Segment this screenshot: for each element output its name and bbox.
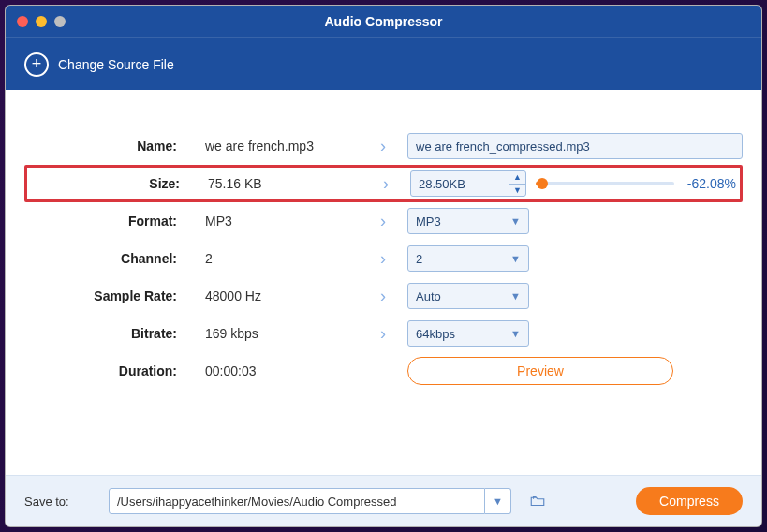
stepper-up-icon[interactable]: ▲ xyxy=(509,171,525,184)
add-source-icon[interactable]: + xyxy=(24,52,49,77)
label-sample-rate: Sample Rate: xyxy=(24,288,188,303)
format-select-value: MP3 xyxy=(416,214,441,229)
chevron-right-icon: › xyxy=(370,287,396,306)
label-format: Format: xyxy=(24,214,188,229)
chevron-right-icon: › xyxy=(370,249,396,269)
sample-rate-select-value: Auto xyxy=(416,289,441,303)
save-path-dropdown[interactable]: ▼ xyxy=(485,488,511,514)
channel-select[interactable]: 2 ▼ xyxy=(407,245,529,272)
size-stepper[interactable]: 28.50KB ▲ ▼ xyxy=(410,170,526,197)
change-source-button[interactable]: Change Source File xyxy=(58,57,174,72)
save-path-input[interactable] xyxy=(109,488,485,514)
bitrate-original: 169 kbps xyxy=(199,326,359,341)
channel-select-value: 2 xyxy=(416,252,422,266)
sample-rate-original: 48000 Hz xyxy=(199,288,359,303)
label-bitrate: Bitrate: xyxy=(24,326,188,341)
label-duration: Duration: xyxy=(24,363,188,378)
row-name: Name: we are french.mp3 › xyxy=(24,127,743,165)
footer: Save to: ▼ Compress xyxy=(6,475,761,526)
chevron-right-icon: › xyxy=(373,174,399,194)
compress-button[interactable]: Compress xyxy=(636,487,743,515)
save-to-label: Save to: xyxy=(24,495,97,509)
chevron-down-icon: ▼ xyxy=(510,290,521,302)
label-size: Size: xyxy=(27,176,191,191)
row-sample-rate: Sample Rate: 48000 Hz › Auto ▼ xyxy=(24,277,743,315)
size-slider-wrap xyxy=(536,182,674,185)
open-folder-button[interactable] xyxy=(528,492,547,510)
format-original: MP3 xyxy=(199,214,359,229)
chevron-down-icon: ▼ xyxy=(510,215,521,227)
output-name-input[interactable] xyxy=(407,133,743,159)
preview-button[interactable]: Preview xyxy=(407,357,673,385)
size-slider[interactable] xyxy=(536,182,674,185)
size-original: 75.16 KB xyxy=(202,176,361,191)
stepper-down-icon[interactable]: ▼ xyxy=(509,184,525,197)
save-path-combo: ▼ xyxy=(109,488,511,514)
size-percent: -62.08% xyxy=(684,176,740,191)
titlebar: Audio Compressor xyxy=(6,6,761,38)
bitrate-select-value: 64kbps xyxy=(416,327,455,341)
chevron-down-icon: ▼ xyxy=(510,328,521,339)
chevron-down-icon: ▼ xyxy=(510,253,521,264)
content-area: Name: we are french.mp3 › Size: 75.16 KB… xyxy=(6,90,761,475)
app-window: Audio Compressor + Change Source File Na… xyxy=(5,5,762,527)
row-size: Size: 75.16 KB › 28.50KB ▲ ▼ -62. xyxy=(24,165,743,202)
slider-thumb[interactable] xyxy=(537,178,548,189)
chevron-right-icon: › xyxy=(370,324,396,344)
row-duration: Duration: 00:00:03 Preview xyxy=(24,352,743,390)
row-format: Format: MP3 › MP3 ▼ xyxy=(24,202,743,240)
format-select[interactable]: MP3 ▼ xyxy=(407,208,529,234)
row-bitrate: Bitrate: 169 kbps › 64kbps ▼ xyxy=(24,315,743,352)
toolbar: + Change Source File xyxy=(6,38,761,90)
name-original: we are french.mp3 xyxy=(199,139,359,154)
size-target: 28.50KB xyxy=(411,177,509,191)
channel-original: 2 xyxy=(199,251,359,266)
label-name: Name: xyxy=(24,139,188,154)
sample-rate-select[interactable]: Auto ▼ xyxy=(407,283,529,309)
bitrate-select[interactable]: 64kbps ▼ xyxy=(407,320,529,347)
chevron-right-icon: › xyxy=(370,212,396,231)
chevron-right-icon: › xyxy=(370,137,396,156)
window-title: Audio Compressor xyxy=(6,14,761,29)
folder-open-icon xyxy=(529,493,546,510)
duration-value: 00:00:03 xyxy=(199,363,359,378)
chevron-down-icon: ▼ xyxy=(493,495,503,507)
row-channel: Channel: 2 › 2 ▼ xyxy=(24,240,743,277)
label-channel: Channel: xyxy=(24,251,188,266)
